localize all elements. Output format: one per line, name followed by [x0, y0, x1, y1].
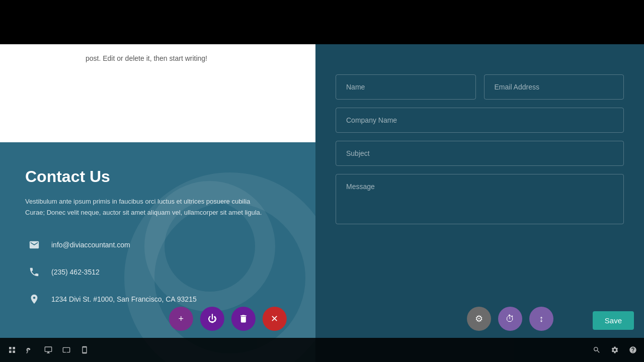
key-icon-button[interactable]	[22, 342, 38, 358]
subject-input[interactable]	[336, 141, 624, 166]
white-area: post. Edit or delete it, then start writ…	[0, 44, 315, 142]
toolbar-help-icon[interactable]	[626, 343, 640, 357]
tablet-icon-button[interactable]	[58, 342, 74, 358]
contact-address-row: 1234 Divi St. #1000, San Francisco, CA 9…	[25, 290, 295, 308]
top-bar	[0, 0, 644, 44]
power-button[interactable]: ⏻	[200, 307, 224, 331]
contact-address-value: 1234 Divi St. #1000, San Francisco, CA 9…	[51, 295, 197, 303]
center-float-group: + ⏻ ✕	[169, 307, 287, 331]
message-input[interactable]	[336, 174, 624, 224]
contact-description: Vestibulum ante ipsum primis in faucibus…	[25, 196, 267, 218]
phone-icon	[25, 263, 43, 281]
toolbar-left	[4, 342, 93, 358]
name-input[interactable]	[336, 74, 476, 100]
contact-phone-value: (235) 462-3512	[51, 268, 100, 276]
location-icon	[25, 290, 43, 308]
save-button[interactable]: Save	[593, 311, 634, 330]
add-button[interactable]: +	[169, 307, 193, 331]
contact-email-value: info@diviaccountant.com	[51, 241, 130, 249]
toolbar-settings-icon[interactable]	[608, 343, 622, 357]
right-float-group: ⚙ ⏱ ↕	[467, 307, 553, 331]
trash-button[interactable]	[231, 307, 256, 331]
contact-phone-row: (235) 462-3512	[25, 263, 295, 281]
phone-icon-button[interactable]	[76, 342, 93, 358]
monitor-icon-button[interactable]	[40, 342, 56, 358]
email-icon	[25, 236, 43, 254]
contact-title: Contact Us	[25, 167, 295, 186]
company-input[interactable]	[336, 108, 624, 133]
gear-button[interactable]: ⚙	[467, 307, 491, 331]
close-button[interactable]: ✕	[263, 307, 287, 331]
form-row-1	[336, 74, 624, 100]
white-area-text: post. Edit or delete it, then start writ…	[86, 49, 305, 62]
grid-icon-button[interactable]	[4, 342, 20, 358]
contact-email-row: info@diviaccountant.com	[25, 236, 295, 254]
email-input[interactable]	[484, 74, 624, 100]
clock-button[interactable]: ⏱	[498, 307, 522, 331]
toolbar-search-icon[interactable]	[590, 343, 604, 357]
sort-button[interactable]: ↕	[529, 307, 553, 331]
bottom-toolbar	[0, 338, 644, 362]
toolbar-right	[590, 343, 640, 357]
